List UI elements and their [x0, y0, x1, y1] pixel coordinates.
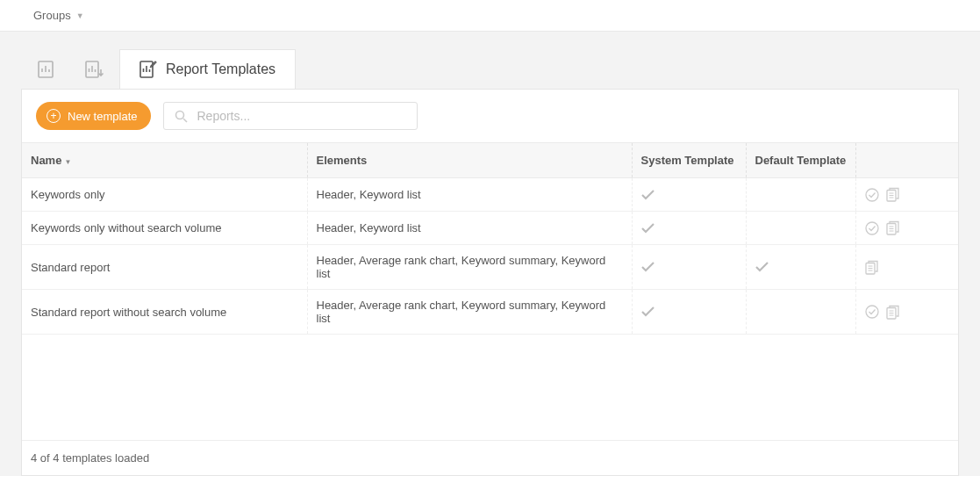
cell-default: [746, 178, 855, 212]
cell-elements: Header, Keyword list: [307, 212, 632, 245]
sort-desc-icon: ▼: [64, 158, 71, 166]
svg-point-5: [866, 189, 878, 201]
report-download-icon: [85, 61, 104, 78]
tab-report-icon-1[interactable]: [21, 50, 70, 89]
chevron-down-icon: ▼: [76, 11, 84, 20]
check-icon: [641, 223, 655, 234]
table-footer: 4 of 4 templates loaded: [22, 440, 958, 475]
check-icon: [755, 262, 769, 272]
plus-icon: +: [46, 109, 61, 123]
cell-name: Keywords only without search volume: [22, 212, 307, 245]
cell-actions: [855, 212, 958, 245]
svg-point-10: [866, 222, 878, 234]
groups-dropdown[interactable]: Groups ▼: [33, 9, 84, 22]
empty-space: [22, 335, 958, 440]
search-input[interactable]: [197, 109, 406, 123]
panel: + New template Name▼ Elements System: [21, 89, 959, 476]
cell-default: [746, 212, 855, 245]
copy-icon[interactable]: [886, 220, 900, 235]
copy-icon[interactable]: [886, 305, 900, 320]
cell-name: Standard report: [22, 245, 307, 290]
approve-icon[interactable]: [865, 221, 879, 235]
cell-elements: Header, Average rank chart, Keyword summ…: [307, 245, 632, 290]
cell-system: [632, 212, 746, 245]
header-default[interactable]: Default Template: [746, 143, 855, 178]
cell-default: [746, 290, 855, 335]
check-icon: [641, 262, 655, 272]
top-bar: Groups ▼: [0, 0, 980, 32]
cell-name: Standard report without search volume: [22, 290, 307, 335]
cell-system: [632, 290, 746, 335]
cell-default: [746, 245, 855, 290]
cell-system: [632, 245, 746, 290]
table-row[interactable]: Keywords onlyHeader, Keyword list: [22, 178, 958, 212]
search-icon: [175, 110, 188, 123]
groups-label: Groups: [33, 9, 71, 22]
cell-elements: Header, Keyword list: [307, 178, 632, 212]
cell-name: Keywords only: [22, 178, 307, 212]
new-template-button[interactable]: + New template: [36, 102, 151, 130]
svg-point-19: [866, 306, 878, 318]
cell-actions: [855, 245, 958, 290]
table-row[interactable]: Standard reportHeader, Average rank char…: [22, 245, 958, 290]
header-name[interactable]: Name▼: [22, 143, 307, 178]
cell-system: [632, 178, 746, 212]
copy-icon[interactable]: [865, 260, 879, 275]
check-icon: [641, 190, 655, 200]
cell-actions: [855, 178, 958, 212]
svg-point-3: [176, 111, 184, 119]
tab-report-templates[interactable]: Report Templates: [119, 49, 296, 89]
header-system[interactable]: System Template: [632, 143, 746, 178]
table-row[interactable]: Standard report without search volumeHea…: [22, 290, 958, 335]
header-actions: [855, 143, 958, 178]
header-elements[interactable]: Elements: [307, 143, 632, 178]
cell-actions: [855, 290, 958, 335]
copy-icon[interactable]: [886, 187, 900, 202]
content-area: Report Templates + New template Na: [0, 32, 980, 476]
tab-report-download-icon[interactable]: [70, 50, 119, 89]
search-box[interactable]: [163, 102, 418, 130]
table-row[interactable]: Keywords only without search volumeHeade…: [22, 212, 958, 245]
svg-line-4: [183, 119, 187, 122]
approve-icon[interactable]: [865, 305, 879, 319]
check-icon: [641, 306, 655, 317]
approve-icon[interactable]: [865, 188, 879, 202]
templates-table: Name▼ Elements System Template Default T…: [22, 142, 958, 335]
tab-label: Report Templates: [166, 61, 275, 77]
new-template-label: New template: [68, 110, 137, 123]
cell-elements: Header, Average rank chart, Keyword summ…: [307, 290, 632, 335]
report-edit-icon: [139, 61, 157, 78]
report-icon: [38, 61, 54, 78]
toolbar: + New template: [22, 90, 958, 142]
tabs-row: Report Templates: [0, 49, 980, 89]
